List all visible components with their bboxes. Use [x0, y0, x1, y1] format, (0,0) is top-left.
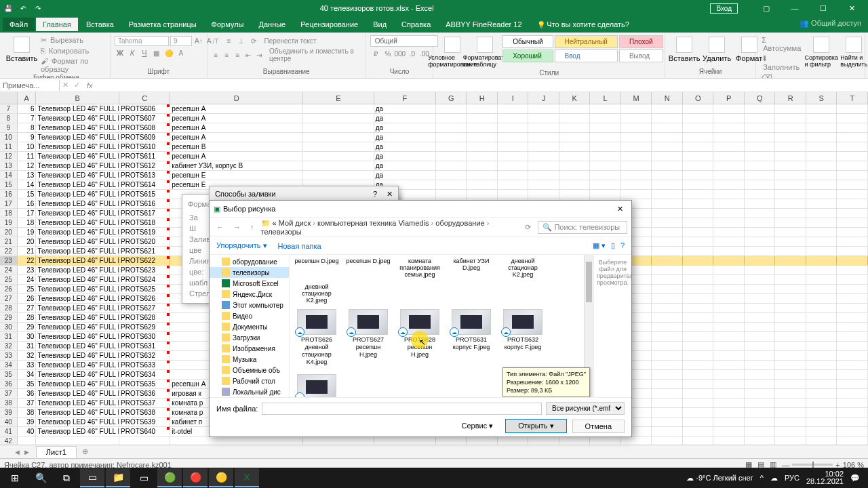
cell[interactable]: PROTS634 — [119, 370, 170, 379]
cell[interactable] — [498, 161, 529, 170]
cell[interactable] — [621, 152, 652, 161]
col-header[interactable]: H — [467, 92, 498, 104]
cell[interactable]: да — [374, 152, 436, 161]
fill-color-icon[interactable]: 🟡 — [163, 47, 174, 58]
cell[interactable] — [683, 436, 714, 445]
cell[interactable]: Телевизор LED 46" FULL HD — [36, 399, 119, 407]
cell[interactable] — [590, 436, 621, 445]
cell[interactable] — [837, 275, 868, 284]
cell[interactable] — [745, 408, 776, 417]
cell[interactable] — [683, 418, 714, 426]
cell[interactable]: PROTS624 — [119, 275, 170, 284]
ribbon-options-icon[interactable]: ▢ — [753, 0, 780, 16]
cell[interactable] — [806, 370, 837, 379]
row-header[interactable]: 27 — [0, 294, 18, 303]
cell[interactable] — [467, 114, 498, 123]
cell[interactable]: PROTS629 — [119, 323, 170, 331]
preview-pane-icon[interactable]: ▯ — [611, 241, 615, 250]
font-size-select[interactable]: 9 — [170, 36, 192, 46]
cell[interactable] — [590, 171, 621, 180]
cell[interactable] — [745, 351, 776, 360]
cell[interactable] — [18, 436, 37, 445]
cell[interactable] — [713, 218, 745, 227]
cell[interactable]: Телевизор LED 46" FULL HD — [36, 142, 119, 151]
cell[interactable] — [303, 142, 374, 151]
cell[interactable] — [837, 190, 868, 199]
cell[interactable] — [837, 342, 868, 350]
cell[interactable]: 11 — [18, 152, 37, 161]
cell[interactable] — [745, 237, 776, 246]
cell[interactable] — [436, 123, 467, 132]
cell[interactable] — [683, 399, 714, 407]
cell[interactable]: 37 — [18, 399, 37, 407]
cell[interactable]: PROTS616 — [119, 199, 170, 208]
align-mid-icon[interactable]: ≡ — [224, 35, 235, 46]
cell[interactable]: Телевизор LED 46" FULL HD — [36, 114, 119, 123]
cell[interactable] — [713, 361, 745, 369]
cell[interactable]: 16 — [18, 199, 37, 208]
open-button[interactable]: Открыть ▾ — [505, 419, 566, 433]
cell[interactable] — [837, 161, 868, 170]
cancel-button[interactable]: Отмена — [572, 420, 625, 433]
cell[interactable]: PROTS611 — [119, 152, 170, 161]
cell[interactable] — [528, 161, 559, 170]
cell[interactable]: да — [374, 104, 436, 113]
col-header[interactable]: J — [528, 92, 559, 104]
cell[interactable] — [683, 304, 714, 312]
cell[interactable] — [590, 161, 621, 170]
row-header[interactable]: 30 — [0, 323, 18, 331]
cell[interactable]: PROTS640 — [119, 427, 170, 436]
cell[interactable]: ресепшн B — [170, 142, 303, 151]
currency-icon[interactable]: ₽ — [370, 48, 381, 59]
cell[interactable] — [436, 152, 467, 161]
cell[interactable] — [775, 408, 806, 417]
cell[interactable] — [713, 285, 745, 293]
cell[interactable]: Телевизор LED 46" FULL HD — [36, 418, 119, 426]
cell[interactable] — [683, 361, 714, 369]
cell[interactable] — [713, 399, 745, 407]
cell[interactable] — [806, 256, 837, 265]
cell[interactable] — [303, 114, 374, 123]
tree-item[interactable]: Рабочий стол — [210, 375, 289, 386]
cell[interactable] — [806, 123, 837, 132]
cell[interactable] — [775, 256, 806, 265]
cell[interactable] — [775, 313, 806, 322]
delete-cells-button[interactable]: Удалить — [702, 35, 732, 64]
cell[interactable] — [837, 133, 868, 142]
cell[interactable]: Телевизор LED 46" FULL HD — [36, 266, 119, 274]
row-header[interactable]: 26 — [0, 285, 18, 293]
cell[interactable] — [652, 142, 683, 151]
cell[interactable] — [303, 171, 374, 180]
cell[interactable] — [745, 171, 776, 180]
cell[interactable] — [745, 389, 776, 398]
cell[interactable]: 32 — [18, 351, 37, 360]
cell[interactable] — [775, 351, 806, 360]
style-good[interactable]: Хороший — [502, 49, 553, 62]
cell[interactable] — [713, 332, 745, 341]
cell[interactable] — [806, 275, 837, 284]
cell[interactable]: ресепшн A — [170, 123, 303, 132]
cell[interactable] — [559, 152, 591, 161]
cell[interactable]: PROTS623 — [119, 266, 170, 274]
sheet-tab[interactable]: Лист1 — [36, 446, 77, 458]
cell[interactable] — [621, 171, 652, 180]
cell[interactable] — [837, 304, 868, 312]
cell[interactable]: Телевизор LED 46" FULL HD — [36, 133, 119, 142]
cell[interactable] — [652, 418, 683, 426]
cell[interactable] — [713, 389, 745, 398]
cell[interactable] — [683, 342, 714, 350]
start-icon[interactable]: ⊞ — [3, 468, 27, 487]
cell[interactable]: 19 — [18, 228, 37, 237]
cell[interactable] — [837, 237, 868, 246]
cell[interactable] — [745, 180, 776, 189]
find-select-button[interactable]: Найти и выделить — [839, 35, 868, 69]
cell[interactable] — [683, 142, 714, 151]
cell[interactable] — [436, 161, 467, 170]
font-color-icon[interactable]: A — [176, 47, 186, 58]
cell[interactable] — [745, 313, 776, 322]
cell[interactable] — [467, 171, 498, 180]
cell[interactable] — [713, 133, 745, 142]
cell[interactable] — [775, 370, 806, 379]
refresh-icon[interactable]: ⟳ — [522, 223, 534, 232]
new-folder-button[interactable]: Новая папка — [278, 242, 321, 250]
